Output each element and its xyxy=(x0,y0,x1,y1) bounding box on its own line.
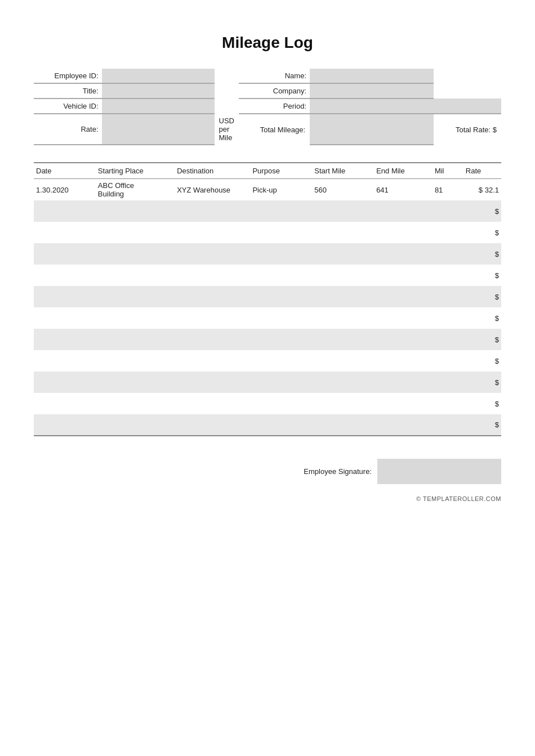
cell-start-mile[interactable] xyxy=(312,222,374,243)
cell-start-mile[interactable] xyxy=(312,350,374,372)
cell-rate[interactable]: $ xyxy=(463,393,501,414)
cell-purpose[interactable]: Pick-up xyxy=(250,179,312,201)
cell-starting-place[interactable] xyxy=(96,393,175,414)
cell-rate[interactable]: $ xyxy=(463,414,501,436)
cell-destination[interactable]: XYZ Warehouse xyxy=(175,179,250,201)
cell-start-mile[interactable] xyxy=(312,329,374,350)
cell-end-mile[interactable] xyxy=(374,200,433,222)
cell-start-mile[interactable] xyxy=(312,307,374,329)
cell-start-mile[interactable] xyxy=(312,243,374,265)
cell-date[interactable] xyxy=(34,329,96,350)
cell-date[interactable]: 1.30.2020 xyxy=(34,179,96,201)
cell-date[interactable] xyxy=(34,350,96,372)
cell-end-mile[interactable] xyxy=(374,329,433,350)
cell-destination[interactable] xyxy=(175,200,250,222)
name-field[interactable] xyxy=(310,69,434,83)
cell-destination[interactable] xyxy=(175,372,250,393)
cell-end-mile[interactable] xyxy=(374,286,433,307)
period-end-field[interactable] xyxy=(434,99,501,114)
cell-rate[interactable]: $ xyxy=(463,307,501,329)
cell-start-mile[interactable] xyxy=(312,372,374,393)
cell-end-mile[interactable] xyxy=(374,265,433,286)
cell-date[interactable] xyxy=(34,414,96,436)
cell-destination[interactable] xyxy=(175,414,250,436)
cell-end-mile[interactable]: 641 xyxy=(374,179,433,201)
cell-mil[interactable] xyxy=(433,200,463,222)
cell-starting-place[interactable] xyxy=(96,307,175,329)
rate-field[interactable] xyxy=(102,114,215,145)
cell-rate[interactable]: $ xyxy=(463,200,501,222)
cell-date[interactable] xyxy=(34,243,96,265)
total-mileage-field[interactable] xyxy=(310,114,434,145)
cell-starting-place[interactable] xyxy=(96,200,175,222)
cell-date[interactable] xyxy=(34,372,96,393)
cell-destination[interactable] xyxy=(175,329,250,350)
cell-end-mile[interactable] xyxy=(374,243,433,265)
cell-purpose[interactable] xyxy=(250,265,312,286)
cell-mil[interactable] xyxy=(433,286,463,307)
cell-start-mile[interactable] xyxy=(312,265,374,286)
cell-mil[interactable] xyxy=(433,265,463,286)
cell-purpose[interactable] xyxy=(250,286,312,307)
cell-start-mile[interactable] xyxy=(312,200,374,222)
cell-purpose[interactable] xyxy=(250,200,312,222)
cell-purpose[interactable] xyxy=(250,307,312,329)
cell-rate[interactable]: $ xyxy=(463,329,501,350)
cell-date[interactable] xyxy=(34,307,96,329)
period-start-field[interactable] xyxy=(310,99,434,114)
cell-start-mile[interactable] xyxy=(312,286,374,307)
cell-rate[interactable]: $ xyxy=(463,222,501,243)
vehicle-id-field[interactable] xyxy=(102,99,215,114)
cell-starting-place[interactable] xyxy=(96,350,175,372)
cell-end-mile[interactable] xyxy=(374,414,433,436)
cell-mil[interactable]: 81 xyxy=(433,179,463,201)
cell-purpose[interactable] xyxy=(250,414,312,436)
cell-starting-place[interactable] xyxy=(96,265,175,286)
cell-purpose[interactable] xyxy=(250,350,312,372)
cell-rate[interactable]: $ 32.1 xyxy=(463,179,501,201)
cell-rate[interactable]: $ xyxy=(463,350,501,372)
cell-rate[interactable]: $ xyxy=(463,286,501,307)
cell-destination[interactable] xyxy=(175,243,250,265)
cell-starting-place[interactable] xyxy=(96,372,175,393)
cell-mil[interactable] xyxy=(433,329,463,350)
cell-purpose[interactable] xyxy=(250,393,312,414)
cell-purpose[interactable] xyxy=(250,372,312,393)
cell-start-mile[interactable] xyxy=(312,393,374,414)
cell-date[interactable] xyxy=(34,200,96,222)
cell-starting-place[interactable] xyxy=(96,329,175,350)
title-field[interactable] xyxy=(102,83,215,99)
cell-end-mile[interactable] xyxy=(374,393,433,414)
cell-starting-place[interactable] xyxy=(96,243,175,265)
cell-mil[interactable] xyxy=(433,350,463,372)
cell-mil[interactable] xyxy=(433,243,463,265)
cell-mil[interactable] xyxy=(433,307,463,329)
cell-start-mile[interactable]: 560 xyxy=(312,179,374,201)
cell-rate[interactable]: $ xyxy=(463,243,501,265)
cell-purpose[interactable] xyxy=(250,243,312,265)
cell-destination[interactable] xyxy=(175,265,250,286)
cell-mil[interactable] xyxy=(433,414,463,436)
cell-end-mile[interactable] xyxy=(374,372,433,393)
cell-starting-place[interactable] xyxy=(96,286,175,307)
cell-date[interactable] xyxy=(34,393,96,414)
cell-destination[interactable] xyxy=(175,350,250,372)
cell-end-mile[interactable] xyxy=(374,350,433,372)
cell-starting-place[interactable] xyxy=(96,222,175,243)
cell-mil[interactable] xyxy=(433,393,463,414)
company-field[interactable] xyxy=(310,83,434,99)
cell-mil[interactable] xyxy=(433,222,463,243)
cell-rate[interactable]: $ xyxy=(463,372,501,393)
cell-starting-place[interactable] xyxy=(96,414,175,436)
cell-start-mile[interactable] xyxy=(312,414,374,436)
cell-mil[interactable] xyxy=(433,372,463,393)
cell-purpose[interactable] xyxy=(250,329,312,350)
cell-destination[interactable] xyxy=(175,393,250,414)
employee-id-field[interactable] xyxy=(102,69,215,83)
cell-starting-place[interactable]: ABC OfficeBuilding xyxy=(96,179,175,201)
cell-destination[interactable] xyxy=(175,286,250,307)
cell-rate[interactable]: $ xyxy=(463,265,501,286)
cell-date[interactable] xyxy=(34,222,96,243)
cell-purpose[interactable] xyxy=(250,222,312,243)
signature-box[interactable] xyxy=(377,459,501,484)
